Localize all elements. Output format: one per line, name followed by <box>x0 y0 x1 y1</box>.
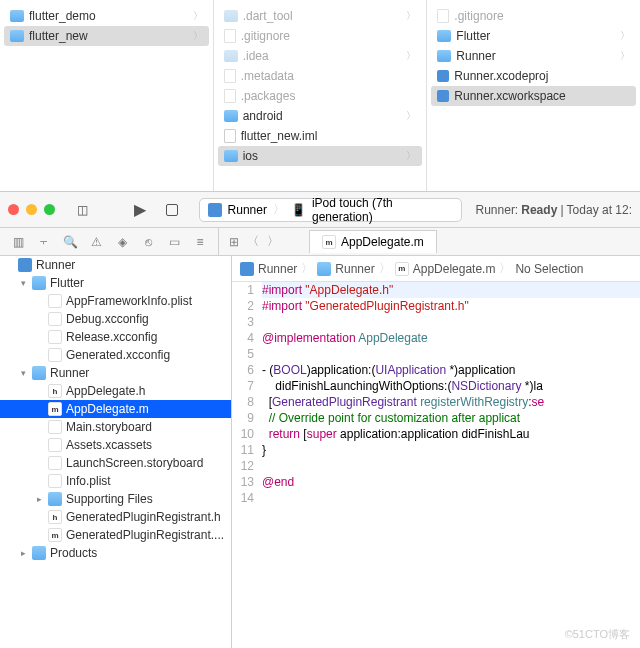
minimize-window-button[interactable] <box>26 204 37 215</box>
issue-navigator-icon[interactable]: ◈ <box>114 235 130 249</box>
tab-label: AppDelegate.m <box>341 235 424 249</box>
editor-tab[interactable]: m AppDelegate.m <box>309 230 437 253</box>
project-icon <box>240 262 254 276</box>
device-icon: 📱 <box>291 203 306 217</box>
folder-icon <box>317 262 331 276</box>
debug-navigator-icon[interactable]: ▭ <box>166 235 182 249</box>
tree-item[interactable]: LaunchScreen.storyboard <box>0 454 231 472</box>
symbol-navigator-icon[interactable]: 🔍 <box>62 235 78 249</box>
tree-item[interactable]: mAppDelegate.m <box>0 400 231 418</box>
breakpoint-navigator-icon[interactable]: ≡ <box>192 235 208 249</box>
test-navigator-icon[interactable]: ⎋ <box>140 235 156 249</box>
find-navigator-icon[interactable]: ⚠ <box>88 235 104 249</box>
close-window-button[interactable] <box>8 204 19 215</box>
finder-item[interactable]: Flutter〉 <box>431 26 636 46</box>
finder-item[interactable]: Runner.xcodeproj <box>431 66 636 86</box>
m-file-icon: m <box>395 262 409 276</box>
scheme-selector[interactable]: Runner 〉 📱 iPod touch (7th generation) <box>199 198 462 222</box>
finder-item[interactable]: flutter_new.iml <box>218 126 423 146</box>
editor-area: Runner〉 Runner〉 m AppDelegate.m〉 No Sele… <box>232 256 640 648</box>
finder-item[interactable]: .metadata <box>218 66 423 86</box>
source-control-navigator-icon[interactable]: ⫟ <box>36 235 52 249</box>
main-split: Runner▾FlutterAppFrameworkInfo.plistDebu… <box>0 256 640 648</box>
tree-item[interactable]: hAppDelegate.h <box>0 382 231 400</box>
tree-item[interactable]: Runner <box>0 256 231 274</box>
watermark: ©51CTO博客 <box>565 627 630 642</box>
finder-col-1: flutter_demo〉flutter_new〉 <box>0 0 214 191</box>
zoom-window-button[interactable] <box>44 204 55 215</box>
finder-item[interactable]: .gitignore <box>218 26 423 46</box>
tree-item[interactable]: Generated.xcconfig <box>0 346 231 364</box>
finder-item[interactable]: ios〉 <box>218 146 423 166</box>
code-lines[interactable]: #import "AppDelegate.h"#import "Generate… <box>262 282 640 506</box>
tree-item[interactable]: Assets.xcassets <box>0 436 231 454</box>
sidebar-toggle-button[interactable]: ◫ <box>69 198 95 222</box>
tree-item[interactable]: ▾Flutter <box>0 274 231 292</box>
scheme-device: iPod touch (7th generation) <box>312 196 453 224</box>
jump-bar[interactable]: Runner〉 Runner〉 m AppDelegate.m〉 No Sele… <box>232 256 640 282</box>
activity-status: Runner: Ready | Today at 12: <box>476 203 632 217</box>
finder-item[interactable]: .packages <box>218 86 423 106</box>
finder-col-3: .gitignoreFlutter〉Runner〉Runner.xcodepro… <box>427 0 640 191</box>
navigator-tab-bar: ▥ ⫟ 🔍 ⚠ ◈ ⎋ ▭ ≡ ⊞ 〈 〉 m AppDelegate.m <box>0 228 640 256</box>
tree-item[interactable]: ▸Supporting Files <box>0 490 231 508</box>
xcode-toolbar: ◫ ▶ Runner 〉 📱 iPod touch (7th generatio… <box>0 192 640 228</box>
tree-item[interactable]: Info.plist <box>0 472 231 490</box>
navigator-icons: ▥ ⫟ 🔍 ⚠ ◈ ⎋ ▭ ≡ <box>0 235 218 249</box>
window-controls <box>8 204 55 215</box>
app-icon <box>208 203 222 217</box>
tree-item[interactable]: Debug.xcconfig <box>0 310 231 328</box>
finder-item[interactable]: .dart_tool〉 <box>218 6 423 26</box>
finder-item[interactable]: flutter_new〉 <box>4 26 209 46</box>
code-editor[interactable]: 1234567891011121314 #import "AppDelegate… <box>232 282 640 506</box>
line-gutter: 1234567891011121314 <box>232 282 262 506</box>
finder-item[interactable]: .idea〉 <box>218 46 423 66</box>
finder-item[interactable]: .gitignore <box>431 6 636 26</box>
project-navigator: Runner▾FlutterAppFrameworkInfo.plistDebu… <box>0 256 232 648</box>
finder-item[interactable]: android〉 <box>218 106 423 126</box>
forward-button[interactable]: 〉 <box>267 233 279 250</box>
tree-item[interactable]: mGeneratedPluginRegistrant.... <box>0 526 231 544</box>
project-navigator-icon[interactable]: ▥ <box>10 235 26 249</box>
tree-item[interactable]: AppFrameworkInfo.plist <box>0 292 231 310</box>
tree-item[interactable]: ▸Products <box>0 544 231 562</box>
tree-item[interactable]: Release.xcconfig <box>0 328 231 346</box>
tree-item[interactable]: hGeneratedPluginRegistrant.h <box>0 508 231 526</box>
tree-item[interactable]: Main.storyboard <box>0 418 231 436</box>
finder-item[interactable]: Runner.xcworkspace <box>431 86 636 106</box>
tree-item[interactable]: ▾Runner <box>0 364 231 382</box>
related-items-icon[interactable]: ⊞ <box>229 235 239 249</box>
run-button[interactable]: ▶ <box>127 198 153 222</box>
editor-controls: ⊞ 〈 〉 <box>218 228 289 255</box>
finder-item[interactable]: Runner〉 <box>431 46 636 66</box>
finder-item[interactable]: flutter_demo〉 <box>4 6 209 26</box>
scheme-app: Runner <box>228 203 267 217</box>
finder-col-2: .dart_tool〉.gitignore.idea〉.metadata.pac… <box>214 0 428 191</box>
m-file-icon: m <box>322 235 336 249</box>
back-button[interactable]: 〈 <box>247 233 259 250</box>
finder-browser: flutter_demo〉flutter_new〉 .dart_tool〉.gi… <box>0 0 640 192</box>
stop-button[interactable] <box>159 198 185 222</box>
